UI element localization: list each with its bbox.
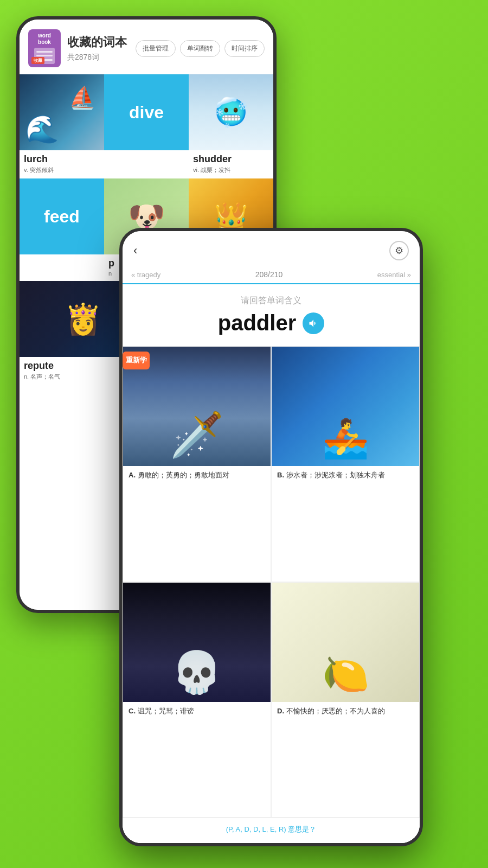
lurch-en: lurch [24, 154, 100, 165]
answer-a-text: 勇敢的；英勇的；勇敢地面对 [138, 471, 229, 479]
quiz-topbar: ‹ ⚙ [123, 231, 420, 266]
lurch-label: lurch v. 突然倾斜 [20, 150, 104, 178]
dive-label [104, 150, 189, 158]
batch-manage-btn[interactable]: 批量管理 [136, 40, 176, 57]
quiz-content: 请回答单词含义 paddler 🗡️ A. 勇敢的；英勇的；勇敢地面对 [123, 284, 420, 843]
back-button[interactable]: ‹ [133, 244, 137, 258]
quiz-bottom: (P, A, D, D, L, E, R) 意思是？ [123, 818, 420, 843]
wordbook-icon: wordbook 收藏 [28, 29, 61, 67]
answer-d-image: 🍋 [272, 583, 419, 702]
feed-label [20, 254, 104, 262]
answer-a[interactable]: 🗡️ A. 勇敢的；英勇的；勇敢地面对 [123, 346, 271, 582]
settings-button[interactable]: ⚙ [389, 241, 409, 260]
wordbook-count: 共2878词 [67, 53, 136, 62]
shudder-label: shudder vi. 战栗；发抖 [189, 150, 273, 178]
answer-d-label: D. 不愉快的；厌恶的；不为人喜的 [272, 702, 419, 735]
feed-image: feed [20, 178, 104, 254]
renew-badge[interactable]: 重新学 [123, 352, 150, 369]
dive-text: dive [129, 103, 164, 123]
dive-image: dive [104, 74, 189, 150]
wordbook-header: wordbook 收藏 收藏的词本 共2878词 批量管理 单词翻转 时间排序 [20, 20, 273, 74]
sound-icon [308, 318, 319, 329]
answer-b-image: 🚣 [272, 347, 419, 466]
word-card-dive[interactable]: dive [104, 74, 189, 178]
answer-c-text: 诅咒；咒骂；诽谤 [138, 707, 194, 715]
answer-b-key: B. [277, 471, 286, 479]
word-card-shudder[interactable]: 🥶 shudder vi. 战栗；发抖 [189, 74, 273, 178]
answer-c-label: C. 诅咒；咒骂；诽谤 [123, 702, 271, 735]
wordbook-badge: 收藏 [31, 57, 44, 64]
word-card-lurch[interactable]: lurch v. 突然倾斜 [20, 74, 104, 178]
wordbook-title-area: 收藏的词本 共2878词 [67, 34, 136, 62]
shudder-cn: vi. 战栗；发抖 [193, 166, 269, 174]
answer-b-text: 涉水者；涉泥浆者；划独木舟者 [286, 471, 385, 479]
answer-b-label: B. 涉水者；涉泥浆者；划独木舟者 [272, 466, 419, 499]
wordbook-title: 收藏的词本 [67, 34, 136, 50]
answer-d-text: 不愉快的；厌恶的；不为人喜的 [286, 707, 385, 715]
answer-d-key: D. [277, 707, 286, 715]
wordbook-buttons: 批量管理 单词翻转 时间排序 [136, 40, 265, 57]
prev-word[interactable]: « tragedy [131, 271, 160, 279]
answer-c-key: C. [129, 707, 138, 715]
answer-a-key: A. [129, 471, 138, 479]
answer-a-label: A. 勇敢的；英勇的；勇敢地面对 [123, 466, 271, 499]
phone-front: ‹ ⚙ « tragedy 208/210 essential » 请回答单词含… [119, 228, 423, 846]
quiz-instruction: 请回答单词含义 [123, 295, 420, 307]
answer-b[interactable]: 🚣 B. 涉水者；涉泥浆者；划独木舟者 [271, 346, 420, 582]
lurch-cn: v. 突然倾斜 [24, 166, 100, 174]
spell-hint: (P, A, D, D, L, E, R) 意思是？ [131, 825, 411, 834]
lurch-image [20, 74, 104, 150]
progress-count: 208/210 [255, 270, 283, 279]
answer-c[interactable]: 💀 C. 诅咒；咒骂；诽谤 [123, 582, 271, 818]
shudder-image: 🥶 [189, 74, 273, 150]
answer-c-image: 💀 [123, 583, 271, 702]
quiz-word: paddler [218, 311, 296, 335]
answer-d[interactable]: 🍋 D. 不愉快的；厌恶的；不为人喜的 [271, 582, 420, 818]
quiz-nav: « tragedy 208/210 essential » [123, 266, 420, 284]
shudder-en: shudder [193, 154, 269, 165]
sound-button[interactable] [303, 312, 324, 334]
feed-text: feed [44, 207, 80, 227]
word-row-1: lurch v. 突然倾斜 dive 🥶 shudder vi. 战栗；发抖 [20, 74, 273, 178]
next-word[interactable]: essential » [377, 271, 411, 279]
answer-grid: 🗡️ A. 勇敢的；英勇的；勇敢地面对 🚣 B. 涉水者；涉泥浆者；划独木舟者 … [123, 346, 420, 818]
time-sort-btn[interactable]: 时间排序 [224, 40, 265, 57]
word-flip-btn[interactable]: 单词翻转 [180, 40, 220, 57]
quiz-word-row: paddler [123, 311, 420, 335]
word-card-feed[interactable]: feed [20, 178, 104, 281]
